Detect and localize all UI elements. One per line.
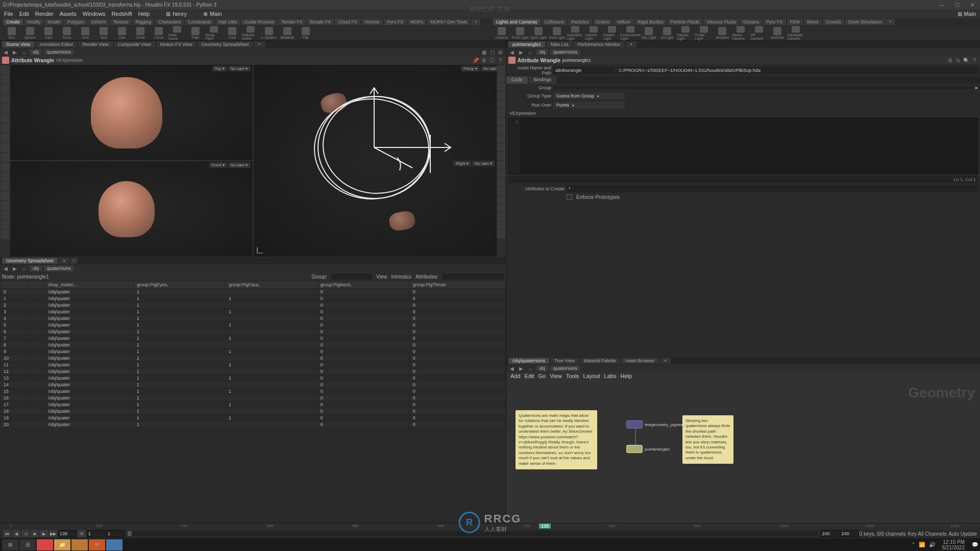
runover-dd[interactable]: Points [553, 102, 625, 109]
taskbar-explorer[interactable]: 📁 [54, 539, 70, 550]
viewport-front[interactable]: Front ▾No cam ▾ [0, 161, 253, 257]
sheet-group-input[interactable] [331, 273, 372, 280]
shelf-tool[interactable]: GI Light [658, 26, 676, 40]
taskbar-houdini[interactable]: H [89, 539, 105, 550]
vp-tool[interactable] [1, 94, 10, 104]
vp-tool[interactable] [1, 133, 10, 142]
sheet-attr-input[interactable] [443, 273, 504, 280]
table-row[interactable]: 0/obj/quater100 [1, 289, 506, 295]
asset-path-field[interactable]: C:/PROGRA~1/SIDEEF~1/HOUDIN~1.531/houdin… [617, 67, 978, 74]
vp-quad-icon[interactable]: ⊞ [497, 48, 504, 56]
shelf-tool[interactable]: Grid [77, 26, 94, 40]
shelf-tab[interactable]: Crowds [823, 19, 845, 25]
help-icon[interactable]: ? [497, 57, 504, 64]
net-menu-item[interactable]: Help [620, 373, 632, 379]
col-header[interactable]: shop_materi… [45, 281, 134, 289]
start-button[interactable]: ⊞ [2, 539, 18, 550]
vp-tool[interactable] [1, 191, 10, 201]
crumb-obj[interactable]: obj [30, 265, 42, 271]
vp-disp-tool[interactable] [497, 109, 505, 117]
back-icon[interactable]: ◀ [508, 365, 516, 372]
shelf-tab[interactable]: Simple FX [307, 19, 334, 25]
shelf-tool[interactable]: Gamepad Camera [787, 26, 804, 40]
menu-edit[interactable]: Edit [19, 11, 29, 17]
net-menu-item[interactable]: Layout [583, 373, 600, 379]
pane-tab[interactable]: Performance Monitor [574, 41, 625, 47]
net-menu-item[interactable]: Go [538, 373, 546, 379]
menu-redshift[interactable]: Redshift [111, 11, 132, 17]
shelf-tool[interactable]: Camera [493, 26, 510, 40]
vp-disp-tool[interactable] [497, 169, 505, 178]
gear-icon[interactable]: ⚙ [946, 57, 953, 64]
tray-vol-icon[interactable]: 🔊 [929, 542, 935, 547]
shelf-tool[interactable]: Caustic Light [677, 26, 694, 40]
shelf-tab[interactable]: Oceans [740, 19, 762, 25]
shelf-tool[interactable]: Spot Light [530, 26, 547, 40]
table-row[interactable]: 15/obj/quater1100 [1, 388, 506, 395]
menu-file[interactable]: File [4, 11, 13, 17]
col-header[interactable]: group:PigNeck, [317, 281, 409, 289]
shelf-tool[interactable]: Ambient [714, 26, 731, 40]
pin-icon[interactable]: 📌 [472, 57, 479, 64]
viewport-top[interactable]: Top ▾No cam ▾ [0, 64, 253, 161]
shelf-tool[interactable]: Platonic Solids [242, 26, 259, 40]
net-menu-item[interactable]: Tools [566, 373, 579, 379]
pane-tab[interactable]: /obj/quaternions [508, 358, 549, 364]
gear-icon[interactable]: ⚙ [480, 57, 487, 64]
close-button[interactable]: ✕ [965, 0, 980, 9]
shelf-tab[interactable]: Cloud FX [335, 19, 360, 25]
out-frame-input[interactable] [821, 530, 839, 537]
shelf-tab[interactable]: Collisions [542, 19, 568, 25]
table-row[interactable]: 7/obj/quater1100 [1, 335, 506, 342]
shelf-tool[interactable]: File [297, 26, 314, 40]
tab-close-icon[interactable]: × [59, 258, 69, 264]
pane-tab[interactable]: Material Palette [580, 358, 620, 364]
pane-tab[interactable]: Geometry Spreadsheet [198, 41, 253, 47]
reload-icon[interactable]: ↻ [954, 57, 962, 64]
tab-code[interactable]: Code [506, 77, 528, 84]
tab-geo-spreadsheet[interactable]: Geometry Spreadsheet [2, 258, 58, 264]
taskbar-app-3[interactable] [106, 539, 122, 550]
vp-tool[interactable] [1, 114, 10, 123]
back-icon[interactable]: ◀ [2, 265, 9, 272]
pane-tab[interactable]: Scene View [2, 41, 34, 47]
grouptype-dd[interactable]: Guess from Group [553, 92, 625, 99]
vp-disp-tool[interactable] [497, 65, 505, 73]
enforce-checkbox[interactable] [567, 194, 572, 200]
pane-tab[interactable]: pointwrangle1 [508, 41, 545, 47]
fwd-icon[interactable]: ▶ [518, 365, 525, 372]
shelf-tab[interactable]: FEM [787, 19, 803, 25]
shelf-tool[interactable]: Metaball [279, 26, 296, 40]
shelf-tool[interactable]: Sphere [21, 26, 39, 40]
vp-disp-tool[interactable] [497, 230, 505, 238]
help-icon[interactable]: ? [971, 57, 978, 64]
group-field[interactable] [553, 87, 973, 89]
pane-tab[interactable]: + [626, 41, 636, 47]
taskbar-app-2[interactable] [71, 539, 88, 550]
realtime-toggle[interactable]: ⟳ [78, 530, 86, 537]
shelf-tool[interactable]: Portal Light [695, 26, 713, 40]
cur-frame-input[interactable] [58, 530, 77, 537]
shelf-tab[interactable]: Modify [24, 19, 44, 25]
shelf-tab[interactable]: Wires [804, 19, 822, 25]
shelf-tab[interactable]: Constraints [185, 19, 214, 25]
table-row[interactable]: 6/obj/quater100 [1, 329, 506, 335]
in-frame-input[interactable] [106, 530, 125, 537]
vex-code-editor[interactable]: 1 [508, 118, 978, 174]
tab-add-icon[interactable]: + [70, 258, 77, 264]
table-row[interactable]: 8/obj/quater100 [1, 342, 506, 348]
end-frame-input[interactable] [840, 530, 859, 537]
asset-name-field[interactable]: attribwrangle [553, 67, 615, 74]
vp-tool[interactable] [1, 75, 10, 84]
vp-disp-tool[interactable] [497, 195, 505, 204]
attrcreate-field[interactable]: * [567, 185, 978, 192]
vp-top-label[interactable]: Top ▾ [212, 66, 227, 71]
min-button[interactable]: — [934, 0, 949, 9]
net-menu-item[interactable]: Edit [525, 373, 534, 379]
table-row[interactable]: 14/obj/quater100 [1, 382, 506, 388]
vp-disp-tool[interactable] [497, 213, 505, 221]
pane-tab[interactable]: Motion FX View [156, 41, 197, 47]
tab-bindings[interactable]: Bindings [529, 77, 557, 84]
crumb-obj[interactable]: obj [30, 49, 42, 55]
vp-tool[interactable] [1, 230, 10, 239]
